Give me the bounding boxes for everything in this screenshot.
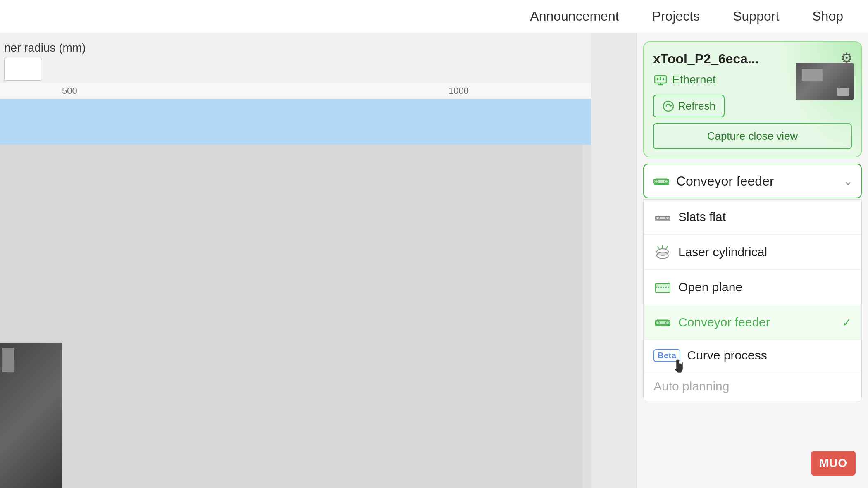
dropdown-item-conveyor-feeder[interactable]: Conveyor feeder ✓ bbox=[644, 305, 861, 340]
conveyor-feeder-icon bbox=[652, 172, 670, 190]
ruler: 500 1000 bbox=[0, 83, 591, 99]
laser-preview-inner bbox=[796, 63, 854, 100]
curve-process-label: Curve process bbox=[687, 348, 767, 362]
svg-rect-2 bbox=[660, 77, 661, 80]
beta-badge: Beta bbox=[653, 349, 680, 362]
dropdown-item-curve-process[interactable]: Beta Curve process bbox=[644, 340, 861, 371]
auto-planning-label: Auto planning bbox=[653, 379, 730, 393]
dropdown-item-slats-flat[interactable]: Slats flat bbox=[644, 200, 861, 235]
right-panel: ⚙ xTool_P2_6eca... Ethernet bbox=[637, 33, 868, 488]
conveyor-feeder-list-label: Conveyor feeder bbox=[678, 315, 770, 329]
work-area bbox=[0, 99, 591, 145]
ruler-mark-500: 500 bbox=[62, 86, 77, 96]
refresh-label: Refresh bbox=[678, 100, 715, 112]
feeder-selected-label: Conveyor feeder bbox=[676, 174, 774, 189]
machine-thumb-inner bbox=[0, 343, 62, 488]
ethernet-icon bbox=[653, 72, 668, 87]
conveyor-icon-svg bbox=[652, 172, 670, 190]
canvas-gray bbox=[0, 145, 591, 488]
capture-close-view-button[interactable]: Capture close view bbox=[653, 123, 852, 149]
svg-rect-1 bbox=[657, 78, 658, 80]
chevron-down-icon: ⌄ bbox=[843, 174, 853, 188]
auto-planning-row[interactable]: Auto planning bbox=[644, 371, 861, 402]
settings-icon[interactable]: ⚙ bbox=[840, 50, 853, 66]
muo-badge: MUO bbox=[811, 451, 856, 476]
corner-radius-input[interactable] bbox=[4, 58, 41, 81]
svg-rect-12 bbox=[656, 178, 667, 179]
top-nav: Announcement Projects Support Shop bbox=[0, 0, 868, 33]
laser-cylindrical-icon bbox=[653, 243, 672, 261]
refresh-button[interactable]: Refresh bbox=[653, 95, 725, 117]
slats-flat-label: Slats flat bbox=[678, 210, 726, 224]
slats-flat-icon bbox=[653, 208, 672, 226]
svg-rect-32 bbox=[657, 319, 668, 321]
nav-support[interactable]: Support bbox=[733, 9, 779, 24]
machine-thumbnail bbox=[0, 343, 62, 488]
conveyor-feeder-list-icon bbox=[653, 313, 672, 331]
svg-rect-13 bbox=[655, 216, 670, 219]
refresh-icon bbox=[662, 100, 675, 112]
svg-line-21 bbox=[658, 246, 659, 249]
corner-radius-label: ner radius (mm) bbox=[4, 41, 86, 55]
dropdown-item-open-plane[interactable]: Open plane bbox=[644, 270, 861, 305]
feeder-section: Conveyor feeder ⌄ Slats flat bbox=[643, 164, 862, 402]
device-card: ⚙ xTool_P2_6eca... Ethernet bbox=[643, 41, 862, 157]
dropdown-list: Slats flat Laser cylindrical bbox=[643, 199, 862, 402]
svg-line-23 bbox=[666, 246, 668, 249]
scroll-indicator[interactable] bbox=[583, 145, 591, 488]
check-icon: ✓ bbox=[842, 316, 851, 329]
ruler-mark-1000: 1000 bbox=[448, 86, 469, 96]
canvas-area: ner radius (mm) 500 1000 bbox=[0, 0, 591, 488]
feeder-dropdown-button[interactable]: Conveyor feeder ⌄ bbox=[643, 164, 862, 198]
svg-rect-26 bbox=[655, 284, 670, 287]
open-plane-label: Open plane bbox=[678, 280, 742, 294]
laser-preview bbox=[796, 63, 854, 100]
nav-projects[interactable]: Projects bbox=[652, 9, 700, 24]
nav-shop[interactable]: Shop bbox=[812, 9, 843, 24]
ethernet-label: Ethernet bbox=[672, 73, 716, 86]
open-plane-icon bbox=[653, 278, 672, 296]
svg-rect-3 bbox=[663, 78, 664, 80]
dropdown-item-laser-cylindrical[interactable]: Laser cylindrical bbox=[644, 235, 861, 270]
svg-point-6 bbox=[663, 101, 673, 111]
laser-cylindrical-label: Laser cylindrical bbox=[678, 245, 767, 259]
nav-announcement[interactable]: Announcement bbox=[530, 9, 619, 24]
